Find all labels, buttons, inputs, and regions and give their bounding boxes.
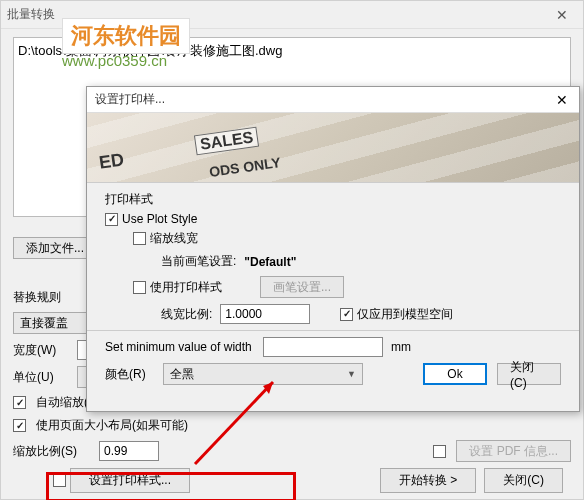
use-print-style-checkbox[interactable] bbox=[133, 281, 146, 294]
scale-lineweight-checkbox[interactable] bbox=[133, 232, 146, 245]
min-width-label: Set minimum value of width bbox=[105, 340, 255, 354]
apply-model-space-checkbox[interactable] bbox=[340, 308, 353, 321]
use-print-style-label: 使用打印样式 bbox=[150, 279, 222, 296]
min-width-unit: mm bbox=[391, 340, 411, 354]
ok-button[interactable]: Ok bbox=[423, 363, 487, 385]
pdf-info-button[interactable]: 设置 PDF 信息... bbox=[456, 440, 571, 462]
scale-ratio-label: 缩放比例(S) bbox=[13, 443, 93, 460]
current-pen-value: "Default" bbox=[244, 255, 296, 269]
min-width-input[interactable] bbox=[263, 337, 383, 357]
start-convert-button[interactable]: 开始转换 > bbox=[380, 468, 476, 493]
print-style-dialog: 设置打印样... ✕ SALES ED ODS ONLY 打印样式 Use Pl… bbox=[86, 86, 580, 412]
use-plot-style-label: Use Plot Style bbox=[122, 212, 197, 226]
add-file-button[interactable]: 添加文件... bbox=[13, 237, 97, 259]
pdf-info-checkbox[interactable] bbox=[433, 445, 446, 458]
current-pen-label: 当前画笔设置: bbox=[161, 253, 236, 270]
use-plot-style-checkbox[interactable] bbox=[105, 213, 118, 226]
main-title: 批量转换 bbox=[7, 6, 55, 23]
dialog-banner-image: SALES ED ODS ONLY bbox=[87, 113, 579, 183]
apply-model-space-label: 仅应用到模型空间 bbox=[357, 306, 453, 323]
color-dropdown[interactable]: 全黑 ▼ bbox=[163, 363, 363, 385]
unit-label: 单位(U) bbox=[13, 369, 71, 386]
lineweight-ratio-input[interactable]: 1.0000 bbox=[220, 304, 310, 324]
dialog-title: 设置打印样... bbox=[95, 91, 165, 108]
banner-text-ed: ED bbox=[98, 149, 126, 173]
watermark-logo: 河东软件园 bbox=[62, 18, 190, 54]
use-page-layout-checkbox[interactable] bbox=[13, 419, 26, 432]
use-page-layout-label: 使用页面大小布局(如果可能) bbox=[36, 417, 188, 434]
dialog-close-btn[interactable]: 关闭(C) bbox=[497, 363, 561, 385]
dialog-close-button[interactable]: ✕ bbox=[545, 87, 579, 113]
close-button[interactable]: 关闭(C) bbox=[484, 468, 563, 493]
color-label: 颜色(R) bbox=[105, 366, 155, 383]
print-style-group-label: 打印样式 bbox=[105, 191, 561, 208]
banner-text-sales: SALES bbox=[194, 127, 260, 156]
width-label: 宽度(W) bbox=[13, 342, 71, 359]
watermark-url: www.pc0359.cn bbox=[62, 52, 190, 69]
pen-settings-button[interactable]: 画笔设置... bbox=[260, 276, 344, 298]
dialog-titlebar: 设置打印样... ✕ bbox=[87, 87, 579, 113]
main-close-button[interactable]: ✕ bbox=[547, 5, 577, 25]
banner-text-only: ODS ONLY bbox=[208, 154, 281, 180]
scale-lineweight-label: 缩放线宽 bbox=[150, 230, 198, 247]
chevron-down-icon: ▼ bbox=[347, 369, 356, 379]
lineweight-ratio-label: 线宽比例: bbox=[161, 306, 212, 323]
watermark: 河东软件园 www.pc0359.cn bbox=[62, 18, 190, 69]
scale-ratio-input[interactable]: 0.99 bbox=[99, 441, 159, 461]
dialog-body: 打印样式 Use Plot Style 缩放线宽 当前画笔设置: "Defaul… bbox=[87, 183, 579, 399]
annotation-box-button bbox=[46, 472, 296, 500]
auto-scale-checkbox[interactable] bbox=[13, 396, 26, 409]
